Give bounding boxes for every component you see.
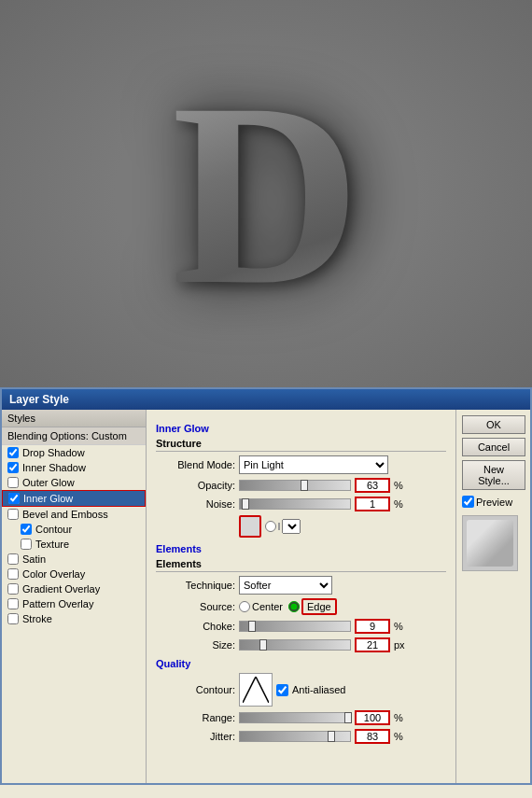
inner-glow-label: Inner Glow [23,493,73,504]
cancel-button[interactable]: Cancel [462,438,525,456]
noise-input[interactable] [355,497,390,511]
opacity-unit: % [394,480,405,491]
size-slider[interactable] [239,639,351,651]
anti-aliased-checkbox[interactable] [276,684,288,696]
layer-item-pattern-overlay[interactable]: Pattern Overlay [2,596,146,611]
range-label: Range: [156,712,235,723]
choke-unit: % [394,621,405,632]
source-center-label: Center [252,601,283,612]
inner-glow-checkbox[interactable] [8,493,20,504]
jitter-input[interactable] [355,729,390,744]
layer-item-contour[interactable]: Contour [2,522,146,537]
layer-item-inner-shadow[interactable]: Inner Shadow [2,460,146,475]
layer-item-stroke[interactable]: Stroke [2,611,146,626]
contour-label: Contour: [156,684,235,695]
jitter-slider[interactable] [239,731,351,742]
size-unit: px [394,639,405,651]
jitter-thumb [328,731,335,742]
anti-aliased-row: Anti-aliased [276,684,345,696]
layer-item-drop-shadow[interactable]: Drop Shadow [2,445,146,460]
noise-thumb [242,498,249,510]
bevel-emboss-checkbox[interactable] [7,509,19,520]
texture-checkbox[interactable] [21,539,32,550]
opacity-slider[interactable] [239,480,351,491]
ok-button[interactable]: OK [462,415,525,434]
inner-shadow-checkbox[interactable] [7,462,19,473]
structure-subsection: Structure [156,438,446,452]
preview-thumbnail [467,520,513,567]
svg-rect-0 [243,677,269,703]
noise-row: Noise: % [156,497,446,511]
styles-header[interactable]: Styles [2,410,146,427]
blend-mode-select[interactable]: Pin Light Normal Multiply Screen Overlay [239,455,388,474]
layer-item-bevel-emboss[interactable]: Bevel and Emboss [2,507,146,522]
jitter-label: Jitter: [156,731,235,742]
quality-section-title: Quality [156,658,446,669]
right-panel: OK Cancel New Style... Preview [455,410,530,783]
range-unit: % [394,712,405,723]
range-slider[interactable] [239,712,351,723]
layer-item-gradient-overlay[interactable]: Gradient Overlay [2,581,146,596]
satin-checkbox[interactable] [7,553,19,565]
blend-mode-label: Blend Mode: [156,459,235,470]
opacity-label: Opacity: [156,480,235,491]
preview-canvas: D [0,0,532,387]
noise-unit: % [394,498,405,510]
new-style-button[interactable]: New Style... [462,460,525,490]
gradient-wrap: ▼ [265,519,301,534]
gradient-type-select[interactable]: ▼ [282,519,301,534]
preview-label: Preview [476,497,512,508]
contour-label: Contour [35,524,72,535]
color-overlay-label: Color Overlay [22,568,85,580]
range-input[interactable] [355,710,390,725]
elements-subsection: Elements [156,558,446,572]
size-thumb [259,639,267,651]
bevel-emboss-label: Bevel and Emboss [22,509,108,520]
layer-item-inner-glow[interactable]: Inner Glow [2,490,146,507]
contour-preview[interactable] [239,673,273,707]
layer-item-outer-glow[interactable]: Outer Glow [2,475,146,490]
blend-mode-row: Blend Mode: Pin Light Normal Multiply Sc… [156,455,446,474]
gradient-radio[interactable] [265,521,276,532]
layer-item-satin[interactable]: Satin [2,552,146,567]
technique-row: Technique: Softer Precise [156,576,446,595]
outer-glow-checkbox[interactable] [7,477,19,488]
opacity-thumb [301,480,308,491]
color-overlay-checkbox[interactable] [7,568,19,580]
choke-thumb [248,621,256,632]
drop-shadow-label: Drop Shadow [22,447,85,458]
layer-item-texture[interactable]: Texture [2,537,146,552]
size-input[interactable] [355,637,390,652]
technique-select[interactable]: Softer Precise [239,576,332,595]
contour-row: Contour: Anti-aliased [156,673,446,707]
pattern-overlay-label: Pattern Overlay [22,598,93,609]
opacity-input[interactable] [355,478,390,493]
layer-item-color-overlay[interactable]: Color Overlay [2,567,146,581]
noise-slider[interactable] [239,498,351,510]
texture-label: Texture [35,539,69,550]
gradient-overlay-checkbox[interactable] [7,583,19,595]
dialog-body: Styles Blending Options: Custom Drop Sha… [2,410,530,783]
size-label: Size: [156,639,235,651]
gradient-bar[interactable] [278,523,280,530]
preview-checkbox[interactable] [462,496,474,508]
stroke-checkbox[interactable] [7,613,19,624]
source-center-radio[interactable] [239,601,250,612]
blending-options[interactable]: Blending Options: Custom [2,427,146,445]
left-panel: Styles Blending Options: Custom Drop Sha… [2,410,147,783]
pattern-overlay-checkbox[interactable] [7,598,19,609]
inner-glow-section-title: Inner Glow [156,423,446,434]
contour-checkbox[interactable] [21,524,32,535]
anti-aliased-label: Anti-aliased [292,684,345,695]
size-row: Size: px [156,637,446,652]
choke-slider[interactable] [239,621,351,632]
choke-input[interactable] [355,619,390,634]
drop-shadow-checkbox[interactable] [7,447,19,458]
opacity-row: Opacity: % [156,478,446,493]
color-swatch[interactable] [239,515,261,538]
stroke-label: Stroke [22,613,52,624]
outer-glow-label: Outer Glow [22,477,75,488]
source-edge-radio[interactable] [288,601,300,612]
satin-label: Satin [22,553,46,565]
noise-label: Noise: [156,498,235,510]
